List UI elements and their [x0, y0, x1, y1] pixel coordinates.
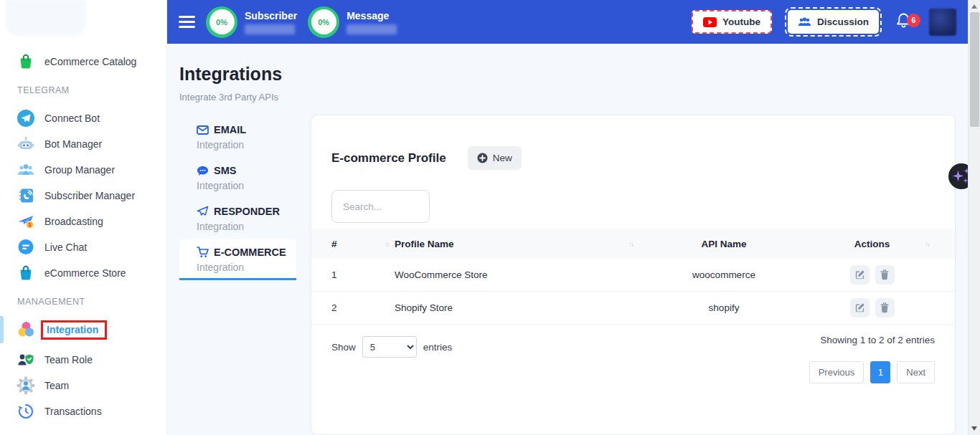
scroll-up-arrow-icon[interactable]	[971, 4, 977, 9]
api-name-cell: woocommerce	[639, 269, 809, 280]
youtube-button[interactable]: Youtube	[692, 10, 772, 34]
subnav-item-responder[interactable]: RESPONDER Integration	[179, 199, 296, 239]
api-name-cell: shopify	[639, 302, 809, 313]
edit-icon	[854, 269, 865, 280]
chat-bubble-icon	[17, 238, 35, 257]
sidebar-item-label: Subscriber Manager	[44, 190, 135, 201]
integration-circles-icon	[17, 320, 35, 339]
edit-button[interactable]	[850, 298, 870, 317]
sort-icon[interactable]: ↑↓	[385, 240, 389, 248]
trash-icon	[880, 302, 890, 313]
email-icon	[197, 125, 209, 135]
entries-label: entries	[423, 342, 453, 353]
table-header-row: # ↑↓ Profile Name ↑↓ API Name Actions ↑↓	[311, 229, 955, 259]
pagination: Previous 1 Next	[809, 361, 935, 383]
notification-bell[interactable]: 6	[895, 11, 916, 33]
active-indicator	[0, 316, 4, 343]
trash-icon	[880, 269, 890, 280]
sidebar-item-group-manager[interactable]: Group Manager	[0, 157, 166, 183]
subscriber-count-redacted	[245, 24, 295, 34]
new-profile-button[interactable]: New	[468, 146, 522, 170]
sidebar-item-ecommerce-store[interactable]: eCommerce Store	[0, 260, 166, 286]
edit-button[interactable]	[850, 265, 870, 285]
delete-button[interactable]	[875, 265, 895, 285]
message-count-redacted	[347, 24, 397, 34]
youtube-icon	[703, 17, 717, 27]
message-percent: 0%	[311, 9, 336, 34]
previous-page-button[interactable]: Previous	[809, 361, 864, 383]
show-label: Show	[331, 342, 356, 353]
column-header-profile-name[interactable]: Profile Name ↑↓	[395, 229, 639, 259]
sidebar-item-label: Bot Manager	[44, 138, 102, 150]
profile-name-cell: Shopify Store	[395, 302, 639, 313]
sidebar-item-label: Team Role	[44, 354, 93, 365]
role-shield-icon	[17, 350, 35, 369]
cart-icon	[197, 247, 209, 258]
page-title: Integrations	[179, 64, 282, 85]
hamburger-menu-icon[interactable]	[179, 13, 195, 31]
robot-icon	[17, 135, 35, 153]
user-avatar[interactable]	[929, 9, 956, 36]
notification-count-badge: 6	[907, 14, 920, 27]
app-logo	[6, 0, 86, 36]
sidebar-item-subscriber-manager[interactable]: Subscriber Manager	[0, 183, 166, 209]
profiles-table: # ↑↓ Profile Name ↑↓ API Name Actions ↑↓…	[311, 229, 955, 325]
discussion-button[interactable]: Discussion	[788, 10, 879, 34]
page-number-button[interactable]: 1	[870, 361, 890, 383]
sidebar-item-label: Integration	[47, 324, 98, 335]
sidebar-item-label: eCommerce Store	[44, 267, 126, 279]
sidebar-section-management: MANAGEMENT	[0, 297, 166, 307]
sidebar-item-label: Connect Bot	[44, 113, 100, 124]
sidebar-section-telegram: TELEGRAM	[0, 85, 166, 95]
sidebar-item-label: Team	[44, 380, 69, 391]
edit-icon	[854, 302, 865, 313]
subnav-item-email[interactable]: EMAIL Integration	[179, 117, 296, 158]
sort-icon[interactable]: ↑↓	[925, 240, 929, 248]
sidebar-item-team[interactable]: Team	[0, 373, 166, 398]
subnav-item-ecommerce[interactable]: E-COMMERCE Integration	[179, 239, 296, 280]
next-page-button[interactable]: Next	[897, 361, 935, 383]
subscriber-progress-ring: 0%	[206, 6, 237, 38]
scroll-down-arrow-icon[interactable]	[971, 426, 977, 431]
sidebar-item-team-role[interactable]: Team Role	[0, 347, 166, 373]
sidebar-item-label: Broadcasting	[44, 216, 103, 227]
showing-entries-text: Showing 1 to 2 of 2 entries	[820, 335, 935, 345]
telegram-icon	[17, 109, 35, 128]
sidebar-item-live-chat[interactable]: Live Chat	[0, 234, 166, 260]
profile-name-cell: WooCommerce Store	[395, 269, 639, 280]
sort-icon[interactable]: ↑↓	[628, 240, 633, 248]
broadcast-badge: 1	[28, 221, 32, 228]
shopping-bag-blue-icon	[17, 264, 35, 282]
entries-per-page-select[interactable]: 5	[362, 336, 417, 358]
column-header-actions[interactable]: Actions ↑↓	[809, 229, 935, 259]
sidebar-item-broadcasting[interactable]: 1 Broadcasting	[0, 209, 166, 234]
shopping-bag-green-icon	[17, 52, 35, 71]
integration-subnav: EMAIL Integration SMS Integration RESPON…	[179, 117, 296, 280]
subscriber-label: Subscriber	[245, 10, 297, 21]
row-number: 2	[331, 302, 395, 313]
annotation-highlight-box: Integration	[41, 320, 107, 340]
sidebar-item-transactions[interactable]: Transactions	[0, 398, 166, 424]
delete-button[interactable]	[875, 298, 895, 317]
main-content: Integrations Integrate 3rd Party APIs EM…	[167, 44, 968, 435]
sidebar-item-label: eCommerce Catalog	[44, 56, 136, 67]
message-stat: 0% Message	[308, 6, 397, 38]
panel-title: E-commerce Profile	[331, 151, 446, 166]
message-label: Message	[347, 10, 397, 21]
page-subtitle: Integrate 3rd Party APIs	[179, 92, 278, 102]
group-icon	[17, 161, 35, 179]
column-header-api-name[interactable]: API Name	[639, 229, 809, 259]
sidebar-item-label: Group Manager	[44, 164, 115, 176]
message-progress-ring: 0%	[308, 6, 339, 38]
sidebar-item-integration[interactable]: Integration	[0, 317, 166, 343]
sidebar-item-ecommerce-catalog[interactable]: eCommerce Catalog	[0, 49, 166, 75]
sidebar-item-connect-bot[interactable]: Connect Bot	[0, 105, 166, 131]
subnav-item-sms[interactable]: SMS Integration	[179, 158, 296, 199]
sidebar-item-bot-manager[interactable]: Bot Manager	[0, 131, 166, 157]
sidebar-item-label: Live Chat	[44, 242, 87, 253]
search-input[interactable]	[331, 190, 430, 223]
vertical-scrollbar[interactable]	[968, 0, 980, 435]
column-header-num[interactable]: # ↑↓	[331, 229, 395, 259]
scrollbar-thumb[interactable]	[970, 12, 979, 127]
row-number: 1	[331, 269, 395, 280]
